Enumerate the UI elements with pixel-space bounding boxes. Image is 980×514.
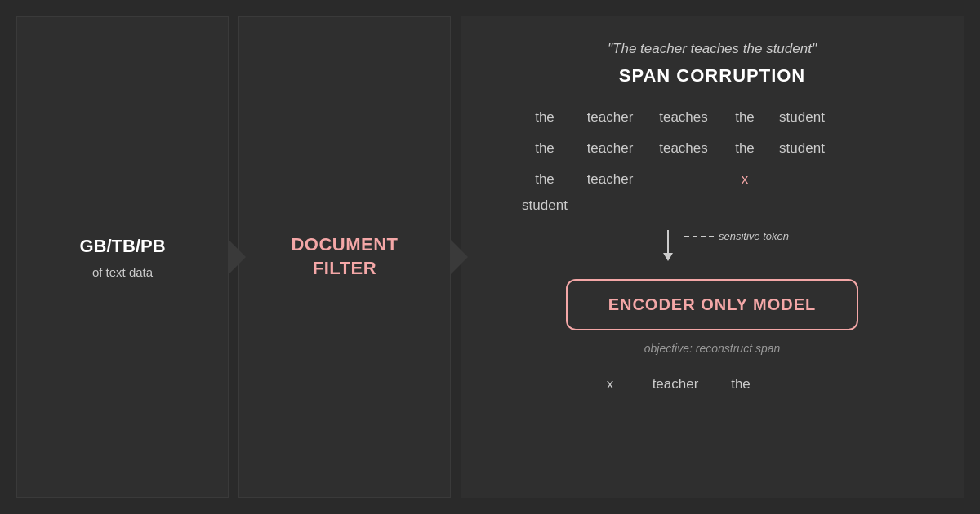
dashed-line xyxy=(684,236,714,237)
token-r3-c1: the xyxy=(516,166,573,193)
mid-panel-title: DOCUMENT FILTER xyxy=(291,233,398,280)
token-r2-c3: teaches xyxy=(647,135,720,162)
token-row-1: the teacher teaches the student xyxy=(516,104,908,131)
arrow-connector-left xyxy=(228,239,246,275)
token-r1-c2: teacher xyxy=(573,104,647,131)
left-panel-title: GB/TB/PB xyxy=(79,235,165,259)
arrow-section: sensitive token xyxy=(516,230,908,261)
token-r2-c1: the xyxy=(516,135,573,162)
token-r1-c3: teaches xyxy=(647,104,720,131)
arrow-head xyxy=(663,253,673,261)
token-row-2: the teacher teaches the student xyxy=(516,135,908,162)
arrow-connector-mid xyxy=(450,239,468,275)
left-panel-subtitle: of text data xyxy=(92,265,153,279)
encoder-box: ENCODER ONLY MODEL xyxy=(566,279,859,330)
token-r3-x: x xyxy=(720,166,769,193)
token-r1-c5: student xyxy=(769,104,835,131)
encoder-label: ENCODER ONLY MODEL xyxy=(608,295,817,314)
output-token-x: x xyxy=(581,371,639,397)
objective-text: objective: reconstruct span xyxy=(644,342,781,355)
mid-panel: DOCUMENT FILTER xyxy=(238,16,451,498)
span-corruption-title: SPAN CORRUPTION xyxy=(619,65,806,86)
right-panel: "The teacher teaches the student" SPAN C… xyxy=(461,16,964,498)
token-r3-c5: student xyxy=(516,193,573,219)
token-r3-c3 xyxy=(647,166,720,193)
token-r2-c2: teacher xyxy=(573,135,647,162)
token-r3-c2: teacher xyxy=(573,166,647,193)
token-r2-c4: the xyxy=(720,135,769,162)
token-row-3: the teacher x student xyxy=(516,166,908,219)
left-panel: GB/TB/PB of text data xyxy=(16,16,229,498)
dashed-arrow: sensitive token xyxy=(684,230,789,242)
sensitive-token-label: sensitive token xyxy=(719,230,789,242)
token-r1-c1: the xyxy=(516,104,573,131)
solid-arrow xyxy=(663,230,673,261)
output-token-the: the xyxy=(712,371,769,397)
quote-text: "The teacher teaches the student" xyxy=(608,41,817,57)
arrow-line xyxy=(667,230,669,253)
token-r2-c5: student xyxy=(769,135,835,162)
token-r1-c4: the xyxy=(720,104,769,131)
output-grid: x teacher the xyxy=(581,371,843,397)
output-token-teacher: teacher xyxy=(639,371,712,397)
token-r3-c4 xyxy=(769,166,835,193)
